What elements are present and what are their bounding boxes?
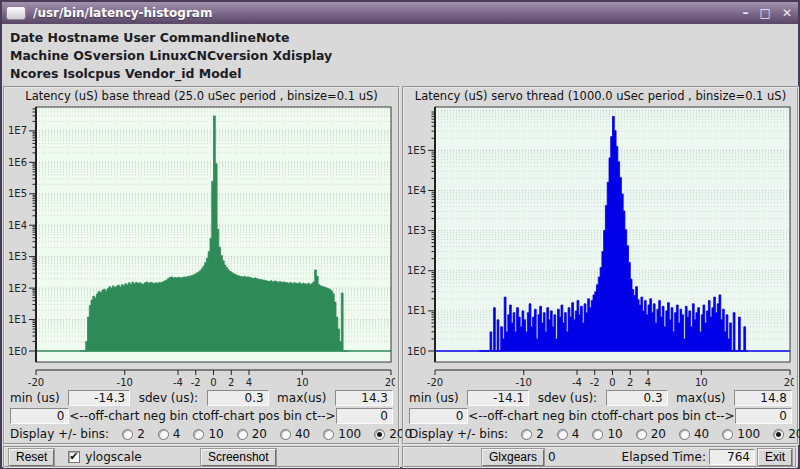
- bins-radio-10[interactable]: 10: [592, 427, 622, 441]
- bins-radio-200[interactable]: 200: [773, 427, 800, 441]
- bins-radio-40[interactable]: 40: [679, 427, 709, 441]
- radio-circle-icon: [557, 429, 568, 440]
- bins-radio-10[interactable]: 10: [193, 427, 223, 441]
- svg-text:-4: -4: [572, 377, 582, 388]
- system-info-header: Date Hostname User CommandlineNote Machi…: [2, 24, 798, 86]
- svg-text:1E2: 1E2: [8, 283, 27, 294]
- svg-text:2: 2: [627, 377, 633, 388]
- maximize-icon[interactable]: □: [760, 7, 771, 19]
- pos-bin-count-label: off-chart pos bin ct-->: [602, 409, 734, 423]
- max-entry[interactable]: 14.8: [734, 390, 792, 406]
- bins-radio-label: 20: [252, 427, 267, 441]
- latency-histogram-window: /usr/bin/latency-histogram – □ ✕ Date Ho…: [0, 0, 800, 469]
- svg-text:1E0: 1E0: [8, 346, 27, 357]
- sdev-label: sdev (us):: [538, 391, 597, 405]
- svg-text:1E1: 1E1: [407, 305, 426, 316]
- reset-button[interactable]: Reset: [9, 449, 54, 466]
- header-line-cpu-info: Ncores Isolcpus Vendor_id Model: [10, 65, 798, 83]
- svg-text:20: 20: [385, 377, 395, 388]
- pos-bin-count-label: off-chart pos bin ct-->: [203, 409, 335, 423]
- window-icon: [6, 6, 26, 20]
- radio-circle-icon: [679, 429, 690, 440]
- ylogscale-label: ylogscale: [85, 450, 141, 464]
- neg-bin-count-label: <--off-chart neg bin ct: [69, 409, 203, 423]
- svg-text:1E4: 1E4: [407, 185, 426, 196]
- radio-circle-icon: [158, 429, 169, 440]
- servo-thread-histogram: 1E01E11E21E31E41E5-20-10-4-20241020: [404, 104, 794, 389]
- glxgears-button[interactable]: Glxgears: [482, 449, 544, 466]
- svg-text:4: 4: [246, 377, 252, 388]
- radio-circle-icon: [521, 429, 532, 440]
- bins-radio-label: 200: [788, 427, 800, 441]
- header-line-date-hostname: Date Hostname User CommandlineNote: [10, 29, 798, 47]
- bins-radio-label: 10: [607, 427, 622, 441]
- svg-text:-10: -10: [516, 377, 532, 388]
- bins-radio-4[interactable]: 4: [557, 427, 580, 441]
- svg-text:1E4: 1E4: [8, 220, 27, 231]
- minimize-icon[interactable]: –: [743, 7, 749, 19]
- ylogscale-checkbox[interactable]: [68, 451, 80, 463]
- svg-text:1E5: 1E5: [8, 188, 27, 199]
- radio-circle-icon: [122, 429, 133, 440]
- sdev-entry[interactable]: 0.3: [606, 390, 668, 406]
- glxgears-count-label: 0: [548, 450, 556, 464]
- bins-radio-20[interactable]: 20: [237, 427, 267, 441]
- display-bins-label: Display +/- bins:: [409, 427, 508, 441]
- radio-circle-icon: [592, 429, 603, 440]
- bins-radio-100[interactable]: 100: [323, 427, 361, 441]
- bins-radio-40[interactable]: 40: [280, 427, 310, 441]
- bins-radio-2[interactable]: 2: [122, 427, 145, 441]
- window-title: /usr/bin/latency-histogram: [33, 6, 743, 20]
- min-label: min (us): [10, 391, 60, 405]
- sdev-entry[interactable]: 0.3: [207, 390, 269, 406]
- radio-circle-icon: [636, 429, 647, 440]
- svg-text:1E2: 1E2: [407, 265, 426, 276]
- svg-text:1E7: 1E7: [8, 125, 27, 136]
- servo-chart-title: Latency (uS) servo thread (1000.0 uSec p…: [404, 89, 797, 104]
- svg-text:10: 10: [296, 377, 309, 388]
- neg-bin-count-entry[interactable]: 0: [409, 408, 468, 424]
- bins-radio-label: 40: [295, 427, 310, 441]
- max-entry[interactable]: 14.3: [335, 390, 393, 406]
- elapsed-time-label: Elapsed Time:: [622, 450, 706, 464]
- svg-text:-2: -2: [191, 377, 201, 388]
- bins-radio-label: 20: [651, 427, 666, 441]
- svg-text:0: 0: [609, 377, 615, 388]
- neg-bin-count-entry[interactable]: 0: [10, 408, 69, 424]
- bins-radio-20[interactable]: 20: [636, 427, 666, 441]
- svg-text:1E1: 1E1: [8, 314, 27, 325]
- radio-circle-icon: [280, 429, 291, 440]
- svg-text:0: 0: [210, 377, 216, 388]
- max-label: max(us): [676, 391, 725, 405]
- radio-circle-icon: [193, 429, 204, 440]
- base-thread-panel: Latency (uS) base thread (25.0 uSec peri…: [3, 86, 400, 445]
- bins-radio-label: 4: [572, 427, 580, 441]
- close-icon[interactable]: ✕: [782, 7, 792, 19]
- bins-radio-100[interactable]: 100: [722, 427, 760, 441]
- elapsed-entry[interactable]: 764: [709, 449, 755, 465]
- bins-radio-label: 2: [536, 427, 544, 441]
- min-entry[interactable]: -14.1: [467, 390, 529, 406]
- min-label: min (us): [409, 391, 459, 405]
- footer-left-section: Reset ylogscale Screenshot: [3, 446, 400, 468]
- pos-bin-count-entry[interactable]: 0: [735, 408, 792, 424]
- bins-radio-4[interactable]: 4: [158, 427, 181, 441]
- svg-text:1E5: 1E5: [407, 145, 426, 156]
- screenshot-button[interactable]: Screenshot: [201, 449, 276, 466]
- exit-button[interactable]: Exit: [758, 449, 792, 466]
- bins-radio-2[interactable]: 2: [521, 427, 544, 441]
- servo-thread-panel: Latency (uS) servo thread (1000.0 uSec p…: [402, 86, 799, 445]
- max-label: max(us): [277, 391, 326, 405]
- pos-bin-count-entry[interactable]: 0: [336, 408, 393, 424]
- svg-text:-20: -20: [427, 377, 443, 388]
- bins-radio-label: 2: [137, 427, 145, 441]
- bins-radio-label: 4: [173, 427, 181, 441]
- svg-text:1E6: 1E6: [8, 157, 27, 168]
- display-bins-label: Display +/- bins:: [10, 427, 109, 441]
- min-entry[interactable]: -14.3: [68, 390, 130, 406]
- svg-text:1E3: 1E3: [8, 251, 27, 262]
- bins-radio-label: 40: [694, 427, 709, 441]
- svg-text:-10: -10: [117, 377, 133, 388]
- header-line-machine-os: Machine OSversion LinuxCNCversion Xdispl…: [10, 47, 798, 65]
- bins-radio-label: 100: [338, 427, 361, 441]
